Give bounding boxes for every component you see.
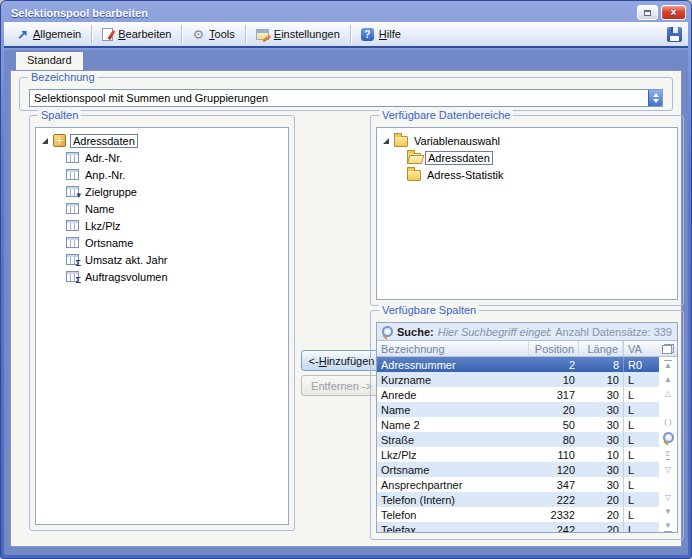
search-icon[interactable]: [663, 432, 674, 444]
window-title: Selektionspool bearbeiten: [11, 7, 634, 19]
goto-brackets-icon[interactable]: ( ): [664, 418, 672, 426]
tree-item-lkz-plz[interactable]: Lkz/Plz: [42, 217, 288, 234]
table-row-name[interactable]: Name 20 30 L: [377, 402, 659, 417]
table-column-icon: [66, 237, 79, 248]
spinner-down-icon: [653, 99, 659, 103]
spalten-grid: Suche: Hier Suchbegriff eingebe Anzahl D…: [376, 322, 678, 533]
search-label: Suche:: [397, 326, 434, 338]
folder-icon: [394, 136, 408, 147]
tree-item-name[interactable]: Name: [42, 200, 288, 217]
toolbar-separator: [245, 25, 246, 43]
toolbar-separator: [91, 25, 92, 43]
toolbar-item-einstellungen[interactable]: Einstellungen: [249, 26, 347, 42]
save-button[interactable]: [667, 27, 682, 42]
scroll-up-icon[interactable]: △: [665, 390, 671, 398]
bezeichnung-combobox[interactable]: Selektionspool mit Summen und Gruppierun…: [29, 89, 663, 107]
toolbar-item-bearbeiten[interactable]: Bearbeiten: [95, 26, 178, 43]
content-panel: Bezeichnung Selektionspool mit Summen un…: [10, 70, 682, 547]
toolbar: Allgemein Bearbeiten Tools Einstellungen…: [4, 22, 688, 48]
table-row-adressnummer[interactable]: Adressnummer 2 8 R0: [377, 357, 659, 372]
table-row-lkz-plz[interactable]: Lkz/Plz 110 10 L: [377, 447, 659, 462]
verfuegbare-spalten-group-label: Verfügbare Spalten: [379, 304, 479, 316]
settings-pencil-icon: [256, 29, 269, 40]
table-row-telefon[interactable]: Telefon 2332 20 L: [377, 507, 659, 522]
dialog-window: Selektionspool bearbeiten × Allgemein Be…: [0, 0, 692, 559]
folder-icon: [407, 170, 421, 181]
bezeichnung-combobox-value: Selektionspool mit Summen und Gruppierun…: [30, 92, 648, 104]
gears-icon: [192, 28, 204, 41]
tree-item-anp-nr-[interactable]: Anp.-Nr.: [42, 166, 288, 183]
search-bar[interactable]: Suche: Hier Suchbegriff eingebe Anzahl D…: [377, 323, 677, 341]
titlebar[interactable]: Selektionspool bearbeiten ×: [1, 1, 691, 22]
toolbar-item-allgemein[interactable]: Allgemein: [10, 26, 88, 43]
table-row-anrede[interactable]: Anrede 317 30 L: [377, 387, 659, 402]
record-count: Anzahl Datensätze: 339: [555, 326, 672, 338]
move-down-icon[interactable]: ▼: [664, 508, 672, 516]
column-chooser-cell[interactable]: [659, 341, 677, 357]
table-column-icon: [66, 169, 79, 180]
expander-icon[interactable]: [42, 138, 48, 144]
toolbar-separator: [181, 25, 182, 43]
bezeichnung-group: Bezeichnung Selektionspool mit Summen un…: [19, 77, 673, 111]
table-sum-icon: [66, 271, 79, 282]
table-sum-icon: [66, 254, 79, 265]
tab-standard[interactable]: Standard: [15, 51, 84, 70]
column-header-va[interactable]: VA: [623, 341, 659, 356]
tree-item-adressdaten-root[interactable]: Adressdaten: [42, 132, 288, 149]
spalten-tree[interactable]: Adressdaten Adr.-Nr. Anp.-Nr. Zielgruppe…: [35, 127, 289, 525]
search-input[interactable]: Hier Suchbegriff eingebe: [438, 326, 552, 338]
folder-open-icon: [407, 153, 421, 164]
table-column-icon: [66, 203, 79, 214]
column-header-bezeichnung[interactable]: Bezeichnung: [377, 341, 529, 356]
edit-page-icon: [102, 28, 113, 41]
datenbereiche-group-label: Verfügbare Datenbereiche: [379, 109, 513, 121]
verfuegbare-spalten-group: Verfügbare Spalten Suche: Hier Suchbegri…: [370, 310, 684, 540]
tree-item-zielgruppe[interactable]: Zielgruppe: [42, 183, 288, 200]
table-row-ortsname[interactable]: Ortsname 120 30 L: [377, 462, 659, 477]
scroll-down-icon[interactable]: ▽: [665, 494, 671, 502]
dataset-icon: [53, 134, 66, 147]
table-row-telefax[interactable]: Telefax 242 20 L: [377, 522, 659, 533]
toolbar-item-tools[interactable]: Tools: [185, 26, 241, 43]
tree-item-ortsname[interactable]: Ortsname: [42, 234, 288, 251]
expander-icon[interactable]: [383, 138, 389, 144]
close-button[interactable]: ×: [661, 5, 686, 20]
filter-icon[interactable]: ▽: [665, 466, 671, 474]
move-to-top-icon[interactable]: ▲: [664, 360, 672, 370]
move-to-bottom-icon[interactable]: ▼: [664, 522, 672, 532]
datenbereiche-tree[interactable]: Variablenauswahl Adressdaten Adress-Stat…: [376, 127, 678, 300]
toolbar-item-hilfe[interactable]: Hilfe: [354, 26, 408, 43]
column-header-position[interactable]: Position: [529, 341, 579, 356]
grid-navigator: ▲▲△( )Σ▽▽▼▼: [659, 341, 677, 533]
grid: Bezeichnung Position Länge VA Adressnumm…: [377, 341, 659, 533]
tree-item-adress-statistik[interactable]: Adress-Statistik: [383, 166, 677, 183]
table-row-stra-e[interactable]: Straße 80 30 L: [377, 432, 659, 447]
spalten-tree-children: Adr.-Nr. Anp.-Nr. Zielgruppe Name Lkz/Pl…: [42, 149, 288, 285]
table-row-kurzname[interactable]: Kurzname 10 10 L: [377, 372, 659, 387]
grid-header: Bezeichnung Position Länge VA: [377, 341, 659, 357]
tree-item-auftragsvolumen[interactable]: Auftragsvolumen: [42, 268, 288, 285]
combobox-spinner-button[interactable]: [648, 90, 662, 106]
tree-item-label: Adressdaten: [70, 134, 138, 148]
tree-item-adr-nr-[interactable]: Adr.-Nr.: [42, 149, 288, 166]
datenbereiche-tree-children: Adressdaten Adress-Statistik: [383, 149, 677, 183]
tree-item-variablenauswahl[interactable]: Variablenauswahl: [383, 132, 677, 149]
move-up-icon[interactable]: ▲: [664, 376, 672, 384]
sum-icon[interactable]: Σ: [666, 450, 671, 460]
restore-icon: [644, 10, 651, 16]
tree-item-adressdaten[interactable]: Adressdaten: [383, 149, 677, 166]
close-icon: ×: [671, 8, 677, 18]
grid-body: Bezeichnung Position Länge VA Adressnumm…: [377, 341, 677, 533]
column-header-laenge[interactable]: Länge: [579, 341, 623, 356]
dialog-body: Standard Bezeichnung Selektionspool mit …: [4, 50, 688, 555]
restore-button[interactable]: [637, 5, 658, 20]
table-column-icon: [66, 152, 79, 163]
spinner-up-icon: [653, 93, 659, 97]
spalten-group: Spalten Adressdaten Adr.-Nr. Anp.-Nr. Zi…: [29, 115, 295, 531]
datenbereiche-group: Verfügbare Datenbereiche Variablenauswah…: [370, 115, 684, 306]
table-row-telefon-intern-[interactable]: Telefon (Intern) 222 20 L: [377, 492, 659, 507]
table-row-name-2[interactable]: Name 2 50 30 L: [377, 417, 659, 432]
grid-rows: Adressnummer 2 8 R0 Kurzname 10 10 L Anr…: [377, 357, 659, 533]
tree-item-umsatz-akt-jahr[interactable]: Umsatz akt. Jahr: [42, 251, 288, 268]
table-row-ansprechpartner[interactable]: Ansprechpartner 347 30 L: [377, 477, 659, 492]
